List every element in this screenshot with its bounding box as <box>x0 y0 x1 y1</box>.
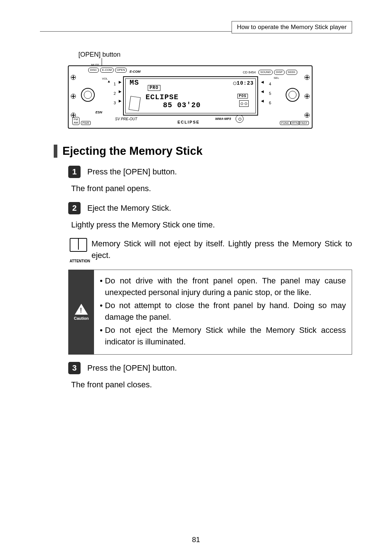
preset-5: 5 <box>268 89 273 98</box>
disp-button: DISP <box>274 70 285 75</box>
screw-icon <box>71 75 76 80</box>
preset-6: 6 <box>268 98 273 108</box>
right-badge-row: SOUND DISP SEEK <box>258 70 297 75</box>
step-number-badge: 2 <box>68 202 81 214</box>
mute-label: MUTE <box>91 63 99 66</box>
rev-icon: ◀ <box>261 80 264 89</box>
caution-bullet-1: Do not drive with the front panel open. … <box>105 275 346 298</box>
screw-icon <box>305 75 310 80</box>
disc-button: DISC <box>88 68 99 73</box>
caution-bullet-3: Do not eject the Memory Stick while the … <box>105 324 346 348</box>
section-title: Ejecting the Memory Stick <box>54 145 352 158</box>
eject-icon: ▲ <box>107 79 111 83</box>
wma-mp3-label: WMA·MP3 <box>215 117 231 121</box>
step-2: 2 Eject the Memory Stick. <box>68 202 352 214</box>
ecom-button: E-COM <box>100 68 114 73</box>
screw-icon <box>71 94 76 99</box>
car-stereo-illustration: MUTE DISC E-COM OPEN E-COM CD 8454 SOUND… <box>68 65 313 129</box>
sv-preout-label: SV PRE-OUT <box>115 117 137 121</box>
sound-button: SOUND <box>258 70 273 75</box>
attention-icon: ATTENTION <box>68 238 91 263</box>
preset-2: 2 <box>112 89 117 98</box>
preset-right-col: 4 5 6 <box>268 79 273 108</box>
play-icon: ▶ <box>119 80 122 89</box>
top-button-row: DISC E-COM OPEN <box>88 68 127 73</box>
lcd-pos-badge: POS <box>237 94 248 98</box>
step-3-body: The front panel closes. <box>71 379 352 390</box>
rev-icon: ◀ <box>261 99 264 108</box>
compact-disc-icon <box>236 115 244 123</box>
header-breadcrumb: How to operate the Memory Stick player <box>232 21 352 33</box>
manual-page: How to operate the Memory Stick player [… <box>0 0 392 557</box>
play-icon: ▶ <box>119 99 122 108</box>
lcd-track-time: 85 03'20 <box>163 101 201 109</box>
step-3-title: Press the [OPEN] button. <box>87 363 177 372</box>
seek-button: SEEK <box>286 70 297 75</box>
right-knob <box>286 88 299 102</box>
callout-open-button: [OPEN] button <box>78 51 121 58</box>
memory-stick-icon <box>128 96 140 111</box>
screw-icon <box>305 113 310 118</box>
brand-label: ECLIPSE <box>177 120 200 124</box>
section-body: Ejecting the Memory Stick 1 Press the [O… <box>54 145 352 398</box>
func-button: FUNC <box>280 121 291 125</box>
preset-3: 3 <box>112 98 117 108</box>
right-tri-col: ◀ ◀ ◀ <box>261 80 264 108</box>
caution-box: Caution •Do not drive with the front pan… <box>68 270 352 354</box>
preset-left-col: 1 2 3 <box>112 79 117 108</box>
step-3: 3 Press the [OPEN] button. <box>68 362 352 374</box>
lcd-screen: MS PRO ◯10:23 ECLIPSE POS 85 03'20 <box>123 76 258 116</box>
rtn-button: RTN <box>291 121 299 125</box>
caution-text: •Do not drive with the front panel open.… <box>94 270 352 354</box>
attention-label: ATTENTION <box>68 259 91 263</box>
step-number-badge: 3 <box>68 362 81 374</box>
attention-note: ATTENTION Memory Stick will not eject by… <box>68 238 352 263</box>
fast-button: FAST <box>299 121 309 125</box>
preset-4: 4 <box>268 79 273 89</box>
lcd-clock: ◯10:23 <box>233 80 254 86</box>
fm-am-button: FM AM <box>72 117 79 125</box>
lcd-pro-badge: PRO <box>148 85 160 91</box>
step-2-title: Eject the Memory Stick. <box>87 203 171 213</box>
play-icon: ▶ <box>119 89 122 99</box>
open-button: OPEN <box>115 68 127 73</box>
warning-triangle-icon <box>75 304 88 315</box>
lcd-mode: MS <box>130 78 139 87</box>
step-1-body: The front panel opens. <box>71 183 352 194</box>
step-1-title: Press the [OPEN] button. <box>87 167 177 176</box>
left-knob <box>81 88 95 102</box>
step-number-badge: 1 <box>68 166 81 178</box>
attention-text: Memory Stick will not eject by itself. L… <box>91 238 352 263</box>
sel-label: SEL <box>274 76 279 80</box>
left-tri-col: ▶ ▶ ▶ <box>119 80 122 108</box>
rev-icon: ◀ <box>261 89 264 99</box>
book-icon <box>70 238 87 252</box>
cassette-icon <box>239 100 249 107</box>
screw-icon <box>305 94 310 99</box>
esn-label: ESN <box>95 110 102 114</box>
step-2-body: Lightly press the Memory Stick one time. <box>71 219 352 230</box>
ecom-logo: E-COM <box>130 70 140 73</box>
caution-icon-col: Caution <box>69 270 94 354</box>
pwr-button: PWR <box>81 121 91 125</box>
page-number: 81 <box>0 536 392 544</box>
lcd-title: ECLIPSE <box>146 93 179 101</box>
callout-leader-line <box>102 58 102 66</box>
model-label: CD 8454 <box>243 70 256 74</box>
preset-1: 1 <box>112 79 117 89</box>
caution-bullet-2: Do not attempt to close the front panel … <box>105 300 346 323</box>
step-1: 1 Press the [OPEN] button. <box>68 166 352 178</box>
caution-label: Caution <box>74 316 89 320</box>
